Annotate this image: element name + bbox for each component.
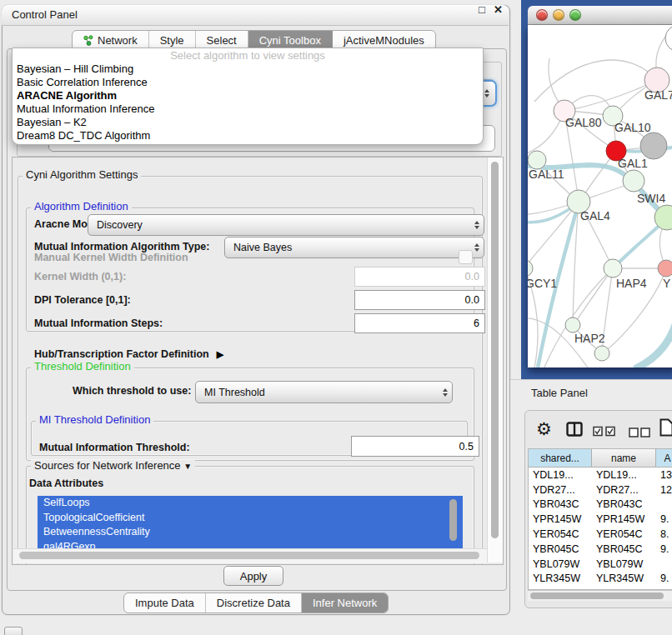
- table-cell: YLR345W: [592, 572, 656, 584]
- tab-label: Impute Data: [135, 597, 194, 609]
- mi-steps-field[interactable]: 6: [354, 313, 485, 333]
- manual-kernel-label: Manual Kernel Width Definition: [34, 252, 188, 263]
- tab-impute-data[interactable]: Impute Data: [124, 593, 206, 612]
- network-node-hap2[interactable]: [565, 318, 580, 332]
- table-row[interactable]: YDR27...YDR27...12: [529, 482, 672, 498]
- network-node-gcy1[interactable]: [528, 260, 533, 277]
- bottom-tab-bar: Impute DataDiscretize DataInfer Network: [123, 592, 389, 613]
- horizontal-scrollbar-thumb[interactable]: [19, 552, 479, 559]
- table-row[interactable]: YPR145WYPR145W9.: [529, 512, 672, 527]
- table-row[interactable]: YBR043CYBR043C: [529, 498, 672, 512]
- table-cell: 12: [656, 484, 672, 496]
- tab-label: Cyni Toolbox: [259, 34, 321, 47]
- network-edge-highlighted: [634, 317, 672, 368]
- window-fragment-icon: [4, 627, 23, 635]
- network-window-titlebar[interactable]: [528, 6, 672, 25]
- network-node-swi4[interactable]: [623, 170, 644, 192]
- network-icon: [83, 35, 93, 46]
- which-threshold-combo[interactable]: MI Threshold: [195, 381, 453, 403]
- aracne-mode-combo[interactable]: Discovery: [88, 214, 484, 236]
- table-scrollbar-thumb[interactable]: [530, 592, 664, 599]
- table-cell: YBR045C: [529, 543, 592, 555]
- algorithm-definition-title: Algorithm Definition: [31, 201, 132, 212]
- tab-label: Select: [207, 34, 237, 47]
- kernel-width-label: Kernel Width (0,1):: [34, 271, 126, 282]
- close-traffic-light[interactable]: [536, 9, 548, 21]
- combo-stepper-icon: [443, 382, 448, 402]
- close-window-icon[interactable]: ✕: [494, 3, 503, 16]
- node-label-y: Y: [663, 277, 671, 290]
- table-cell: YDL19...: [529, 469, 592, 481]
- algorithm-option-aracne-algorithm[interactable]: ARACNE Algorithm: [13, 89, 483, 102]
- kernel-width-field[interactable]: 0.0: [354, 267, 485, 287]
- sources-title-toggle[interactable]: Sources for Network Inference ▼: [31, 460, 195, 472]
- table-row[interactable]: YBL079WYBL079W: [529, 557, 672, 572]
- mi-type-combo[interactable]: Naive Bayes: [224, 237, 484, 258]
- vertical-scrollbar[interactable]: [487, 158, 503, 562]
- up-arrow-icon: [484, 89, 489, 92]
- algorithm-option-mutual-information-inference[interactable]: Mutual Information Inference: [13, 102, 483, 116]
- tab-label: jActiveMNodules: [344, 34, 424, 47]
- mi-threshold-value: 0.5: [459, 441, 474, 452]
- table-cell: 13: [656, 469, 672, 481]
- hub-definition-toggle[interactable]: Hub/Transcription Factor Definition ▶: [34, 348, 223, 360]
- minimize-traffic-light[interactable]: [553, 9, 564, 21]
- horizontal-scrollbar[interactable]: [13, 548, 487, 563]
- network-node-gal11[interactable]: [528, 151, 546, 169]
- mi-steps-value: 6: [474, 318, 479, 329]
- attribute-item-selfloops[interactable]: SelfLoops: [38, 496, 463, 511]
- column-header-shared[interactable]: shared...: [529, 449, 592, 467]
- node-label-gal4: GAL4: [580, 209, 610, 222]
- mi-threshold-field[interactable]: 0.5: [351, 436, 479, 457]
- attribute-item-betweennesscentrality[interactable]: BetweennessCentrality: [38, 525, 463, 540]
- dropdown-item-list: Bayesian – Hill ClimbingBasic Correlatio…: [13, 62, 483, 142]
- network-canvas[interactable]: GAL7GAL80GAL10GAL1GAL11SWI4GAL4GCY1HAP4Y…: [528, 25, 672, 368]
- table-row[interactable]: YER054CYER054C8.: [529, 527, 672, 542]
- table-cell: YPR145W: [529, 513, 592, 525]
- dpi-tolerance-value: 0.0: [465, 294, 479, 306]
- network-graph: GAL7GAL80GAL10GAL1GAL11SWI4GAL4GCY1HAP4Y…: [528, 25, 672, 368]
- column-header-name[interactable]: name: [592, 449, 656, 467]
- apply-button[interactable]: Apply: [223, 566, 283, 586]
- float-window-icon[interactable]: □: [479, 3, 485, 16]
- network-node-hap4[interactable]: [604, 259, 622, 278]
- tab-infer-network[interactable]: Infer Network: [302, 593, 388, 612]
- aracne-mode-value: Discovery: [97, 219, 143, 231]
- data-attributes-list[interactable]: SelfLoopsTopologicalCoefficientBetweenne…: [38, 496, 463, 548]
- network-node[interactable]: [640, 132, 667, 159]
- network-node-y[interactable]: [658, 260, 672, 277]
- node-table: shared...nameA YDL19...YDL19...13YDR27..…: [528, 448, 672, 590]
- table-row[interactable]: YDL19...YDL19...13: [529, 468, 672, 482]
- checked-boxes-icon[interactable]: [593, 425, 616, 440]
- table-cell: 9.: [656, 543, 672, 555]
- split-columns-icon[interactable]: [566, 422, 583, 440]
- table-row[interactable]: YBR045CYBR045C9.: [529, 542, 672, 557]
- algorithm-option-bayesian-k2[interactable]: Bayesian – K2: [13, 116, 483, 129]
- algorithm-option-dream8-dc-tdc-algorithm[interactable]: Dream8 DC_TDC Algorithm: [13, 129, 483, 142]
- dpi-tolerance-field[interactable]: 0.0: [354, 290, 485, 310]
- attribute-item-gal4rgexp[interactable]: gal4RGexp: [38, 540, 463, 549]
- algorithm-option-bayesian-hill-climbing[interactable]: Bayesian – Hill Climbing: [13, 62, 483, 76]
- tab-discretize-data[interactable]: Discretize Data: [206, 593, 302, 612]
- file-icon[interactable]: [659, 418, 672, 440]
- dpi-tolerance-label: DPI Tolerance [0,1]:: [34, 294, 131, 306]
- attribute-item-topologicalcoefficient[interactable]: TopologicalCoefficient: [38, 511, 463, 526]
- tab-label: Network: [98, 34, 138, 47]
- table-header-row: shared...nameA: [529, 449, 672, 468]
- zoom-traffic-light[interactable]: [569, 9, 581, 21]
- gear-icon[interactable]: ⚙: [536, 419, 552, 439]
- vertical-scrollbar-thumb[interactable]: [491, 162, 499, 538]
- network-node[interactable]: [665, 25, 672, 52]
- algorithm-option-basic-correlation-inference[interactable]: Basic Correlation Inference: [13, 76, 483, 89]
- unchecked-boxes-icon[interactable]: [629, 426, 650, 441]
- column-header-a[interactable]: A: [656, 449, 672, 467]
- table-cell: YBL079W: [529, 558, 592, 570]
- manual-kernel-checkbox[interactable]: [459, 250, 473, 264]
- table-body: YDL19...YDL19...13YDR27...YDR27...12YBR0…: [529, 468, 672, 590]
- table-horizontal-scrollbar[interactable]: [528, 590, 672, 601]
- table-row[interactable]: YLR345WYLR345W9.: [529, 572, 672, 587]
- list-scrollbar-thumb[interactable]: [449, 499, 457, 541]
- tab-label: Style: [160, 34, 184, 47]
- control-panel-titlebar: Control Panel: [2, 5, 509, 26]
- network-node[interactable]: [594, 346, 609, 361]
